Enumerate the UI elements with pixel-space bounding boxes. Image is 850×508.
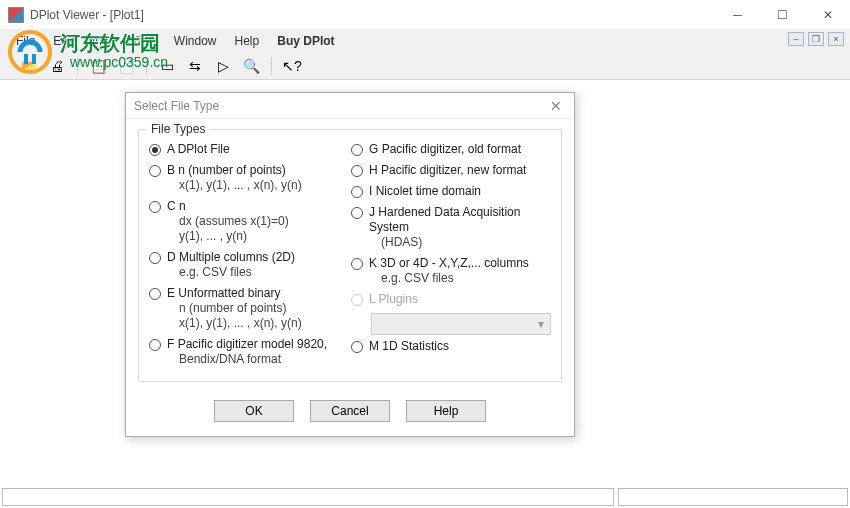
radio-icon[interactable] bbox=[351, 186, 363, 198]
radio-option-e[interactable]: E Unformatted binaryn (number of points)… bbox=[149, 286, 341, 331]
radio-sublabel: dx (assumes x(1)=0) bbox=[179, 214, 289, 229]
toolbar-separator bbox=[77, 57, 78, 75]
statusbar bbox=[0, 486, 850, 508]
toolbar-swap-icon[interactable]: ⇆ bbox=[184, 55, 206, 77]
mdi-minimize-button[interactable]: – bbox=[788, 32, 804, 46]
radio-icon[interactable] bbox=[351, 207, 363, 219]
radio-icon[interactable] bbox=[149, 288, 161, 300]
radio-label: C ndx (assumes x(1)=0)y(1), ... , y(n) bbox=[167, 199, 289, 244]
toolbar-pointer-icon[interactable]: ↖? bbox=[281, 55, 303, 77]
menu-info[interactable]: Info bbox=[84, 32, 120, 50]
radio-label: L Plugins bbox=[369, 292, 418, 307]
file-types-group: File Types A DPlot FileB n (number of po… bbox=[138, 129, 562, 382]
radio-label: I Nicolet time domain bbox=[369, 184, 481, 199]
radio-option-d[interactable]: D Multiple columns (2D)e.g. CSV files bbox=[149, 250, 341, 280]
app-icon bbox=[8, 7, 24, 23]
window-title: DPlot Viewer - [Plot1] bbox=[30, 8, 715, 22]
radio-label: H Pacific digitizer, new format bbox=[369, 163, 526, 178]
select-file-type-dialog: Select File Type ✕ File Types A DPlot Fi… bbox=[125, 92, 575, 437]
radio-option-k[interactable]: K 3D or 4D - X,Y,Z,... columnse.g. CSV f… bbox=[351, 256, 551, 286]
menu-buy-dplot[interactable]: Buy DPlot bbox=[269, 32, 342, 50]
radio-option-h[interactable]: H Pacific digitizer, new format bbox=[351, 163, 551, 178]
radio-sublabel: Bendix/DNA format bbox=[179, 352, 327, 367]
radio-sublabel: (HDAS) bbox=[381, 235, 551, 250]
radio-sublabel: x(1), y(1), ... , x(n), y(n) bbox=[179, 316, 302, 331]
radio-label: J Hardened Data Acquisition System(HDAS) bbox=[369, 205, 551, 250]
menu-help[interactable]: Help bbox=[227, 32, 268, 50]
radio-option-i[interactable]: I Nicolet time domain bbox=[351, 184, 551, 199]
radio-icon[interactable] bbox=[149, 339, 161, 351]
toolbar-copy-icon[interactable]: 📋 bbox=[87, 55, 109, 77]
radio-icon[interactable] bbox=[149, 144, 161, 156]
radio-label: G Pacific digitizer, old format bbox=[369, 142, 521, 157]
radio-sublabel: y(1), ... , y(n) bbox=[179, 229, 289, 244]
radio-icon[interactable] bbox=[149, 252, 161, 264]
radio-icon[interactable] bbox=[351, 258, 363, 270]
maximize-button[interactable]: ☐ bbox=[760, 0, 805, 29]
radio-option-c[interactable]: C ndx (assumes x(1)=0)y(1), ... , y(n) bbox=[149, 199, 341, 244]
dialog-title: Select File Type bbox=[134, 99, 219, 113]
toolbar-paste-icon[interactable]: 📄 bbox=[115, 55, 137, 77]
radio-option-g[interactable]: G Pacific digitizer, old format bbox=[351, 142, 551, 157]
titlebar: DPlot Viewer - [Plot1] ─ ☐ ✕ bbox=[0, 0, 850, 30]
toolbar-zoom-icon[interactable]: 🔍 bbox=[240, 55, 262, 77]
radio-icon[interactable] bbox=[351, 341, 363, 353]
radio-label: K 3D or 4D - X,Y,Z,... columnse.g. CSV f… bbox=[369, 256, 529, 286]
menu-window[interactable]: Window bbox=[166, 32, 225, 50]
radio-option-a[interactable]: A DPlot File bbox=[149, 142, 341, 157]
group-label: File Types bbox=[147, 122, 209, 136]
radio-label: M 1D Statistics bbox=[369, 339, 449, 354]
radio-option-b[interactable]: B n (number of points)x(1), y(1), ... , … bbox=[149, 163, 341, 193]
radio-sublabel: n (number of points) bbox=[179, 301, 302, 316]
radio-icon[interactable] bbox=[351, 165, 363, 177]
radio-icon[interactable] bbox=[149, 201, 161, 213]
menu-view[interactable]: View bbox=[122, 32, 164, 50]
menu-edit[interactable]: Edit bbox=[45, 32, 82, 50]
toolbar-separator bbox=[271, 57, 272, 75]
radio-icon bbox=[351, 294, 363, 306]
radio-label: D Multiple columns (2D)e.g. CSV files bbox=[167, 250, 295, 280]
toolbar-play-icon[interactable]: ▷ bbox=[212, 55, 234, 77]
minimize-button[interactable]: ─ bbox=[715, 0, 760, 29]
menu-file[interactable]: File bbox=[8, 32, 43, 50]
radio-icon[interactable] bbox=[149, 165, 161, 177]
dialog-close-icon[interactable]: ✕ bbox=[546, 98, 566, 114]
plugins-select bbox=[371, 313, 551, 335]
help-button[interactable]: Help bbox=[406, 400, 486, 422]
radio-option-m[interactable]: M 1D Statistics bbox=[351, 339, 551, 354]
ok-button[interactable]: OK bbox=[214, 400, 294, 422]
toolbar-open-icon[interactable]: 📂 bbox=[18, 55, 40, 77]
radio-option-l: L Plugins bbox=[351, 292, 551, 307]
radio-label: E Unformatted binaryn (number of points)… bbox=[167, 286, 302, 331]
options-column-left: A DPlot FileB n (number of points)x(1), … bbox=[149, 142, 341, 373]
cancel-button[interactable]: Cancel bbox=[310, 400, 390, 422]
toolbar-print-icon[interactable]: 🖨 bbox=[46, 55, 68, 77]
radio-sublabel: e.g. CSV files bbox=[179, 265, 295, 280]
mdi-restore-button[interactable]: ❐ bbox=[808, 32, 824, 46]
radio-label: B n (number of points)x(1), y(1), ... , … bbox=[167, 163, 302, 193]
radio-sublabel: e.g. CSV files bbox=[381, 271, 529, 286]
status-pane-right bbox=[618, 488, 848, 506]
mdi-close-button[interactable]: × bbox=[828, 32, 844, 46]
dialog-titlebar: Select File Type ✕ bbox=[126, 93, 574, 119]
options-column-right: G Pacific digitizer, old formatH Pacific… bbox=[351, 142, 551, 373]
radio-label: F Pacific digitizer model 9820,Bendix/DN… bbox=[167, 337, 327, 367]
close-button[interactable]: ✕ bbox=[805, 0, 850, 29]
toolbar: 📂 🖨 📋 📄 ▭ ⇆ ▷ 🔍 ↖? bbox=[0, 52, 850, 80]
toolbar-separator bbox=[146, 57, 147, 75]
radio-icon[interactable] bbox=[351, 144, 363, 156]
radio-label: A DPlot File bbox=[167, 142, 230, 157]
radio-option-f[interactable]: F Pacific digitizer model 9820,Bendix/DN… bbox=[149, 337, 341, 367]
radio-sublabel: x(1), y(1), ... , x(n), y(n) bbox=[179, 178, 302, 193]
status-pane-left bbox=[2, 488, 614, 506]
toolbar-window-icon[interactable]: ▭ bbox=[156, 55, 178, 77]
radio-option-j[interactable]: J Hardened Data Acquisition System(HDAS) bbox=[351, 205, 551, 250]
menubar: File Edit Info View Window Help Buy DPlo… bbox=[0, 30, 850, 52]
